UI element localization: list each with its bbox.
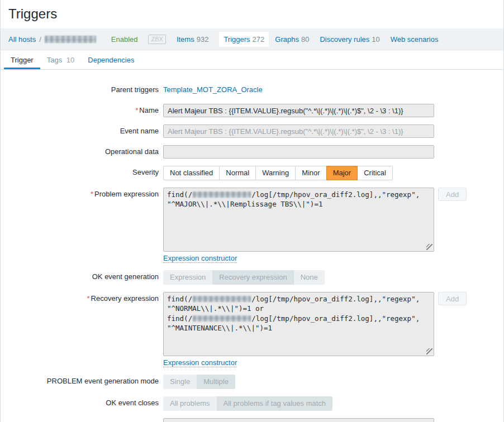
tag-for-matching-input[interactable] <box>163 418 434 422</box>
ok-event-closes-row: OK event closes All problems All problem… <box>1 396 503 411</box>
redacted-host-name <box>193 315 251 322</box>
name-row: *Name <box>1 104 503 117</box>
ok-event-closes-selector: All problems All problems if tag values … <box>163 396 332 411</box>
host-status: Enabled <box>111 35 138 44</box>
severity-option-critical[interactable]: Critical <box>357 166 393 180</box>
severity-option-normal[interactable]: Normal <box>219 166 256 180</box>
add-button: Add <box>438 292 467 305</box>
tag-for-matching-row: *Tag for matching <box>1 418 503 422</box>
tab-tags-label: Tags <box>47 56 62 64</box>
breadcrumb: All hosts / Enabled ZBX Items 932 Trigge… <box>1 28 503 50</box>
resize-handle-icon[interactable] <box>426 348 432 354</box>
items-link[interactable]: Items <box>177 35 194 44</box>
event-name-input[interactable] <box>163 124 434 138</box>
expression-constructor-link[interactable]: Expression constructor <box>163 358 237 367</box>
redacted-host-name <box>45 36 96 43</box>
zbx-availability: ZBX <box>148 35 165 44</box>
field-label-severity: Severity <box>1 166 163 179</box>
triggers-link[interactable]: Triggers <box>224 35 250 44</box>
name-input[interactable] <box>163 104 434 117</box>
severity-option-major[interactable]: Major <box>326 166 358 180</box>
breadcrumb-separator: / <box>39 35 41 44</box>
ok-event-generation-row: OK event generation Expression Recovery … <box>1 270 503 285</box>
field-label-recovery-expression: *Recovery expression <box>1 292 163 305</box>
required-asterisk: * <box>135 106 138 114</box>
nav-item-items[interactable]: Items 932 <box>177 35 209 44</box>
nav-item-web-scenarios[interactable]: Web scenarios <box>391 35 439 44</box>
tab-trigger[interactable]: Trigger <box>4 50 40 69</box>
items-count: 932 <box>197 35 209 44</box>
graphs-link[interactable]: Graphs <box>275 35 299 44</box>
operational-data-row: Operational data <box>1 145 503 159</box>
required-asterisk: * <box>87 294 90 303</box>
severity-selector: Not classified Normal Warning Minor Majo… <box>163 166 393 180</box>
field-label-parent-triggers: Parent triggers <box>1 83 163 97</box>
zbx-badge: ZBX <box>148 35 165 44</box>
field-label-problem-expression: *Problem expression <box>1 188 163 201</box>
host-status-enabled-link[interactable]: Enabled <box>111 35 138 44</box>
field-label-problem-mode: PROBLEM event generation mode <box>1 375 163 388</box>
redacted-host-name <box>193 296 251 302</box>
ok-closes-option-all-problems-if-tag-values-match: All problems if tag values match <box>217 396 333 411</box>
discovery-rules-link[interactable]: Discovery rules <box>320 35 369 44</box>
severity-option-minor[interactable]: Minor <box>295 166 327 180</box>
triggers-page: Triggers All hosts / Enabled ZBX Items 9… <box>0 0 504 422</box>
graphs-count: 80 <box>301 35 309 44</box>
field-label-operational-data: Operational data <box>1 145 163 159</box>
problem-mode-option-multiple: Multiple <box>197 375 235 389</box>
redacted-host-name <box>193 191 251 198</box>
breadcrumb-all-hosts-link[interactable]: All hosts <box>8 35 36 44</box>
tab-dependencies[interactable]: Dependencies <box>81 50 141 69</box>
event-name-row: Event name <box>1 124 503 138</box>
field-label-name: *Name <box>1 104 163 117</box>
field-label-ok-event-generation: OK event generation <box>1 270 163 284</box>
field-label-tag-for-matching: *Tag for matching <box>1 418 163 422</box>
problem-event-generation-mode-row: PROBLEM event generation mode Single Mul… <box>1 375 503 389</box>
recovery-expression-textarea[interactable]: find(//log[/tmp/hpov_ora_diff2.log],,"re… <box>163 292 434 356</box>
problem-mode-option-single: Single <box>163 375 197 389</box>
title-bar: Triggers <box>1 0 503 28</box>
severity-row: Severity Not classified Normal Warning M… <box>1 166 503 180</box>
web-scenarios-link[interactable]: Web scenarios <box>391 35 439 44</box>
ok-event-generation-selector: Expression Recovery expression None <box>163 270 325 285</box>
field-label-ok-event-closes: OK event closes <box>1 396 163 410</box>
field-label-event-name: Event name <box>1 124 163 138</box>
nav-item-triggers[interactable]: Triggers 272 <box>219 32 269 47</box>
nav-item-discovery-rules[interactable]: Discovery rules 10 <box>320 35 379 44</box>
okgen-option-none: None <box>294 270 325 285</box>
tab-tags[interactable]: Tags 10 <box>40 50 82 69</box>
problem-mode-selector: Single Multiple <box>163 375 235 389</box>
severity-option-warning[interactable]: Warning <box>255 166 296 180</box>
triggers-count: 272 <box>253 35 265 44</box>
ok-closes-option-all-problems: All problems <box>163 396 217 411</box>
operational-data-input[interactable] <box>163 145 434 159</box>
breadcrumb-path: All hosts / <box>8 35 101 44</box>
page-title: Triggers <box>8 6 57 21</box>
severity-option-not-classified[interactable]: Not classified <box>163 166 220 180</box>
add-button: Add <box>438 188 467 201</box>
recovery-expression-row: *Recovery expression find(//log[/tmp/hpo… <box>1 292 503 367</box>
problem-expression-row: *Problem expression find(//log[/tmp/hpov… <box>1 188 503 263</box>
required-asterisk: * <box>91 190 93 198</box>
okgen-option-recovery-expression: Recovery expression <box>212 270 293 285</box>
okgen-option-expression: Expression <box>163 270 212 285</box>
expression-constructor-link[interactable]: Expression constructor <box>163 254 237 263</box>
parent-trigger-link[interactable]: Template_MOT_ZORA_Oracle <box>163 85 263 94</box>
problem-expression-textarea[interactable]: find(//log[/tmp/hpov_ora_diff2.log],,"re… <box>163 188 434 252</box>
parent-triggers-row: Parent triggers Template_MOT_ZORA_Oracle <box>1 83 503 97</box>
discovery-rules-count: 10 <box>372 35 379 44</box>
nav-item-graphs[interactable]: Graphs 80 <box>275 35 309 44</box>
tab-tags-count: 10 <box>66 56 74 64</box>
resize-handle-icon[interactable] <box>426 244 432 250</box>
trigger-form: Parent triggers Template_MOT_ZORA_Oracle… <box>1 70 503 422</box>
tab-strip: Trigger Tags 10 Dependencies <box>1 50 503 70</box>
